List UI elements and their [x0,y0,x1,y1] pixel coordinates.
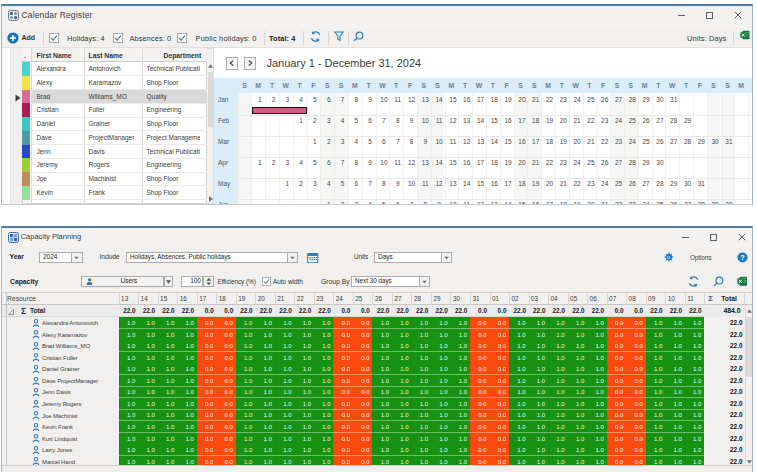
svg-text:?: ? [740,253,745,262]
